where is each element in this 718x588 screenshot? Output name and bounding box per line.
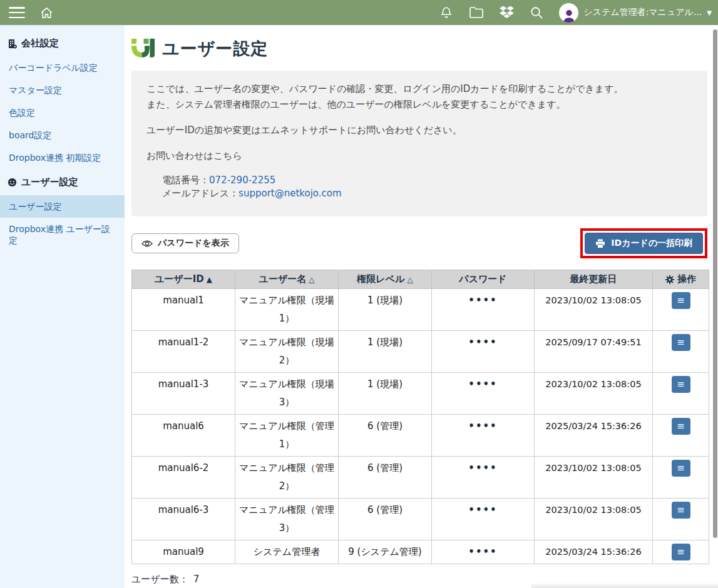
avatar[interactable] (559, 3, 578, 23)
gear-icon (665, 275, 674, 284)
intro-box: ここでは、ユーザー名の変更や、パスワードの確認・変更、ログイン用のIDカードを印… (131, 71, 707, 216)
topbar: システム管理者:マニュアル... ▼ (0, 0, 718, 25)
search-icon[interactable] (529, 5, 544, 20)
sidebar-section-label: ユーザー設定 (21, 176, 78, 188)
table-row: manual1-2 マニュアル権限（現場2） 1 (現場) •••• 2025/… (132, 331, 709, 373)
sidebar-section-label: 会社設定 (21, 38, 59, 49)
sidebar-item-dropbox-user[interactable]: Dropbox連携 ユーザー設定 (0, 218, 125, 251)
header-permission-level[interactable]: 権限レベル△ (339, 270, 432, 289)
sidebar-item-board[interactable]: board設定 (0, 124, 125, 146)
intro-line-1: ここでは、ユーザー名の変更や、パスワードの確認・変更、ログイン用のIDカードを印… (146, 81, 692, 97)
header-last-updated: 最終更新日 (535, 270, 653, 289)
sidebar-item-color[interactable]: 色設定 (0, 101, 125, 124)
vertical-scrollbar[interactable] (713, 29, 717, 538)
cell-user-name: マニュアル権限（管理1） (235, 415, 339, 457)
cell-user-id: manual1 (132, 289, 235, 331)
cell-password: •••• (432, 373, 535, 415)
cell-password: •••• (432, 457, 535, 499)
row-menu-button[interactable]: ≡ (672, 502, 690, 519)
table-row: manual6 マニュアル権限（管理1） 6 (管理) •••• 2025/03… (132, 415, 709, 457)
smiley-icon (8, 178, 17, 187)
email-link[interactable]: support@netkojo.com (238, 188, 341, 199)
bottom-shadow (531, 582, 718, 588)
header-operations: 操作 (653, 270, 709, 289)
actions-row: パスワードを表示 IDカードの一括印刷 (131, 228, 707, 258)
table-row: manual6-3 マニュアル権限（管理3） 6 (管理) •••• 2023/… (132, 499, 709, 540)
row-menu-button[interactable]: ≡ (672, 376, 690, 393)
print-id-cards-label: IDカードの一括印刷 (611, 238, 692, 249)
sidebar-section-user: ユーザー設定 (0, 169, 125, 195)
notifications-bell-icon[interactable] (439, 5, 454, 20)
phone-link[interactable]: 072-290-2255 (209, 175, 275, 186)
cell-user-name: マニュアル権限（管理2） (235, 457, 339, 499)
header-password: パスワード (432, 270, 535, 289)
header-user-name[interactable]: ユーザー名△ (235, 270, 339, 289)
table-row: manual9 システム管理者 9 (システム管理) •••• 2025/03/… (132, 540, 709, 564)
cell-level: 1 (現場) (339, 331, 432, 373)
sidebar-item-master[interactable]: マスター設定 (0, 79, 125, 101)
row-menu-button[interactable]: ≡ (672, 460, 690, 477)
home-icon[interactable] (39, 5, 54, 20)
menu-icon[interactable] (9, 7, 25, 18)
sidebar-section-company: 会社設定 (0, 30, 125, 56)
sort-icon[interactable]: △ (407, 275, 413, 284)
sidebar: 会社設定 バーコードラベル設定 マスター設定 色設定 board設定 Dropb… (0, 25, 125, 588)
row-menu-button[interactable]: ≡ (672, 544, 690, 560)
cell-user-id: manual6-3 (132, 499, 235, 540)
sidebar-item-barcode-label[interactable]: バーコードラベル設定 (0, 56, 125, 79)
cell-updated: 2023/10/02 13:08:05 (535, 499, 653, 540)
cell-password: •••• (432, 415, 535, 457)
highlight-annotation: IDカードの一括印刷 (580, 228, 707, 258)
show-password-label: パスワードを表示 (158, 238, 229, 249)
users-table: ユーザーID▲ ユーザー名△ 権限レベル△ パスワード 最終更新日 操作 man… (131, 270, 709, 564)
row-menu-button[interactable]: ≡ (672, 292, 690, 309)
table-row: manual1 マニュアル権限（現場1） 1 (現場) •••• 2023/10… (132, 289, 709, 331)
cell-user-name: マニュアル権限（管理3） (235, 499, 339, 540)
email-label: メールアドレス： (162, 188, 238, 199)
cell-password: •••• (432, 289, 535, 331)
cell-updated: 2023/10/02 13:08:05 (535, 373, 653, 415)
building-gear-icon (8, 39, 17, 49)
cell-user-id: manual6-2 (132, 457, 235, 499)
cell-user-name: マニュアル権限（現場1） (235, 289, 339, 331)
row-menu-button[interactable]: ≡ (672, 418, 690, 435)
contact-lines: 電話番号：072-290-2255 メールアドレス：support@netkoj… (146, 174, 692, 200)
eye-icon (141, 240, 153, 248)
header-user-id[interactable]: ユーザーID▲ (132, 270, 235, 289)
folder-icon[interactable] (469, 5, 484, 20)
show-password-button[interactable]: パスワードを表示 (131, 233, 239, 253)
cell-updated: 2023/10/02 13:08:05 (535, 289, 653, 331)
cell-user-name: マニュアル権限（現場2） (235, 331, 339, 373)
cell-user-id: manual6 (132, 415, 235, 457)
intro-line-2: また、システム管理者権限のユーザーは、他のユーザーの権限レベルを変更することがで… (146, 97, 692, 113)
phone-label: 電話番号： (162, 175, 209, 186)
dropbox-icon[interactable] (499, 5, 514, 20)
account-menu[interactable]: システム管理者:マニュアル... ▼ (559, 3, 712, 23)
sidebar-item-dropbox-initial[interactable]: Dropbox連携 初期設定 (0, 146, 125, 169)
intro-line-3: ユーザーIDの追加や変更はエムネットサポートにお問い合わせください。 (146, 123, 692, 138)
cell-level: 6 (管理) (339, 415, 432, 457)
cell-user-id: manual9 (132, 540, 235, 564)
cell-user-id: manual1-3 (132, 373, 235, 415)
row-menu-button[interactable]: ≡ (672, 334, 690, 351)
cell-updated: 2025/09/17 07:49:51 (535, 331, 653, 373)
cell-user-name: マニュアル権限（現場3） (235, 373, 339, 415)
table-row: manual1-3 マニュアル権限（現場3） 1 (現場) •••• 2023/… (132, 373, 709, 415)
sidebar-item-user-settings[interactable]: ユーザー設定 (0, 195, 125, 218)
cell-updated: 2023/10/02 13:08:05 (535, 457, 653, 499)
page-title-row: ユーザー設定 (131, 38, 707, 60)
current-user-label[interactable]: システム管理者:マニュアル... (583, 7, 702, 18)
print-id-cards-button[interactable]: IDカードの一括印刷 (585, 233, 703, 254)
table-row: manual6-2 マニュアル権限（管理2） 6 (管理) •••• 2023/… (132, 457, 709, 499)
sort-asc-icon[interactable]: ▲ (207, 275, 212, 284)
cell-password: •••• (432, 331, 535, 373)
app-logo (131, 38, 155, 59)
cell-level: 6 (管理) (339, 457, 432, 499)
sort-icon[interactable]: △ (309, 275, 314, 284)
cell-level: 1 (現場) (339, 373, 432, 415)
contact-heading: お問い合わせはこちら (146, 148, 692, 164)
chevron-down-icon[interactable]: ▼ (707, 9, 712, 16)
main-content: ユーザー設定 ここでは、ユーザー名の変更や、パスワードの確認・変更、ログイン用の… (125, 25, 718, 588)
cell-updated: 2025/03/24 15:36:26 (535, 540, 653, 564)
user-count-value: 7 (193, 574, 200, 585)
